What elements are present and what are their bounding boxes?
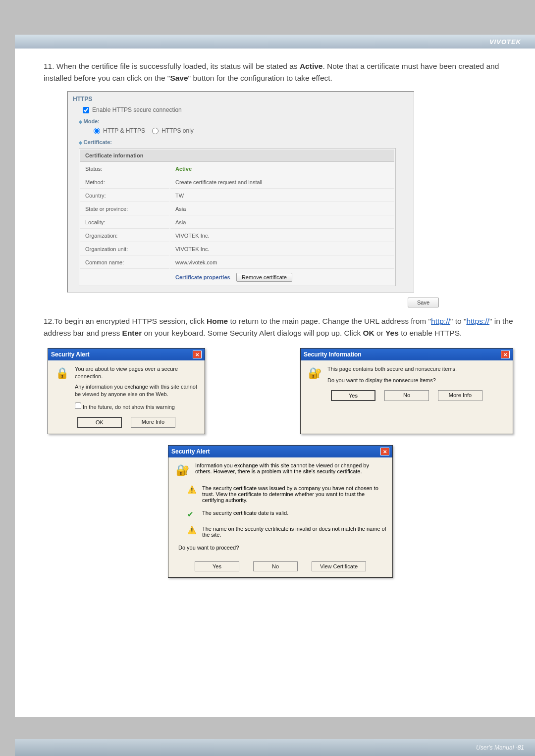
dlg3-no-button[interactable]: No [253,561,298,571]
dlg1-line1: You are about to view pages over a secur… [75,365,199,380]
step-11-text: 11. When the certifice file is successfu… [44,60,517,84]
dlg1-line2: Any information you exchange with this s… [75,383,199,398]
table-row: Locality:Asia [80,216,394,229]
close-icon[interactable]: ✕ [193,351,202,358]
dlg2-line2: Do you want to display the nonsecure ite… [327,377,507,384]
cert-table-header: Certificate information [80,150,394,162]
table-row: Method:Create certificate request and in… [80,176,394,189]
enable-https-label: Enable HTTPS secure connection [92,106,182,113]
certificate-properties-link[interactable]: Certificate properties [175,274,230,280]
dlg2-yes-button[interactable]: Yes [331,390,375,401]
table-row: Certificate properties Remove certificat… [80,270,394,285]
enable-https-checkbox[interactable] [83,107,89,113]
dlg1-ok-button[interactable]: OK [77,417,122,428]
step-11-suffix: " button for the configuration to take e… [188,74,332,82]
dlg3-p1: The security certificate was issued by a… [202,485,386,503]
table-row: Country:TW [80,190,394,202]
dlg2-line1: This page contains both secure and nonse… [327,365,507,373]
table-row: Organization:VIVOTEK Inc. [80,230,394,242]
footer-label: User's Manual - [476,744,518,751]
dlg2-no-button[interactable]: No [384,390,429,401]
step-11-prefix: 11. When the certifice file is successfu… [44,62,300,70]
step-12-text: 12.To begin an encrypted HTTPS session, … [44,315,517,339]
dlg3-yes-button[interactable]: Yes [195,561,239,571]
lock-warning-icon: 🔐 [307,365,322,381]
mode-section-label[interactable]: Mode: [72,115,410,125]
save-button[interactable]: Save [408,298,439,307]
table-row: Common name:www.vivotek.com [80,256,394,269]
dlg1-chk-label: In the future, do not show this warning [83,404,175,410]
status-value: Active [170,163,394,175]
https-panel: HTTPS Enable HTTPS secure connection Mod… [67,91,414,293]
lock-info-icon: 🔒 [54,365,70,381]
brand-label: VIVOTEK [489,38,521,46]
dlg1-do-not-show-checkbox[interactable] [75,403,81,409]
warning-icon: ⚠️ [187,485,197,503]
warning-icon: ⚠️ [187,526,197,538]
page-number: 81 [518,744,524,751]
certificate-section-label[interactable]: Certificate: [72,136,410,146]
dlg3-view-certificate-button[interactable]: View Certificate [312,561,366,571]
security-alert-dialog-2: Security Alert ✕ 🔐 Information you excha… [168,445,393,578]
dlg3-title: Security Alert [171,448,210,455]
check-ok-icon: ✔ [187,510,197,519]
dlg2-more-info-button[interactable]: More Info [438,390,482,401]
lock-warning-icon: 🔐 [174,462,190,478]
certificate-table: Certificate information Status:Active Me… [79,148,396,286]
https-link[interactable]: https:// [466,317,489,325]
dlg3-question: Do you want to proceed? [178,545,386,551]
dlg3-p3: The name on the security certificate is … [202,526,386,538]
mode-https-only-radio[interactable] [152,128,159,134]
table-row: Status:Active [80,163,394,175]
dlg1-more-info-button[interactable]: More Info [131,417,175,428]
close-icon[interactable]: ✕ [380,448,389,455]
dlg3-intro: Information you exchange with this site … [195,462,386,478]
close-icon[interactable]: ✕ [501,351,510,358]
step-11-save: Save [170,74,188,82]
table-row: State or province:Asia [80,203,394,215]
dlg3-p2: The security certificate date is valid. [202,510,288,519]
security-alert-dialog-1: Security Alert ✕ 🔒 You are about to view… [48,348,205,434]
https-legend: HTTPS [72,94,410,104]
step-11-active: Active [300,62,323,70]
remove-certificate-button[interactable]: Remove certificate [236,273,292,282]
mode-http-https-radio[interactable] [94,128,100,134]
security-information-dialog: Security Information ✕ 🔐 This page conta… [300,348,513,434]
table-row: Organization unit:VIVOTEK Inc. [80,243,394,255]
dlg2-title: Security Information [304,351,362,358]
dlg1-title: Security Alert [51,351,90,358]
mode-opt1-label: HTTP & HTTPS [103,127,145,134]
mode-opt2-label: HTTPS only [161,127,194,134]
http-link[interactable]: http:// [431,317,450,325]
